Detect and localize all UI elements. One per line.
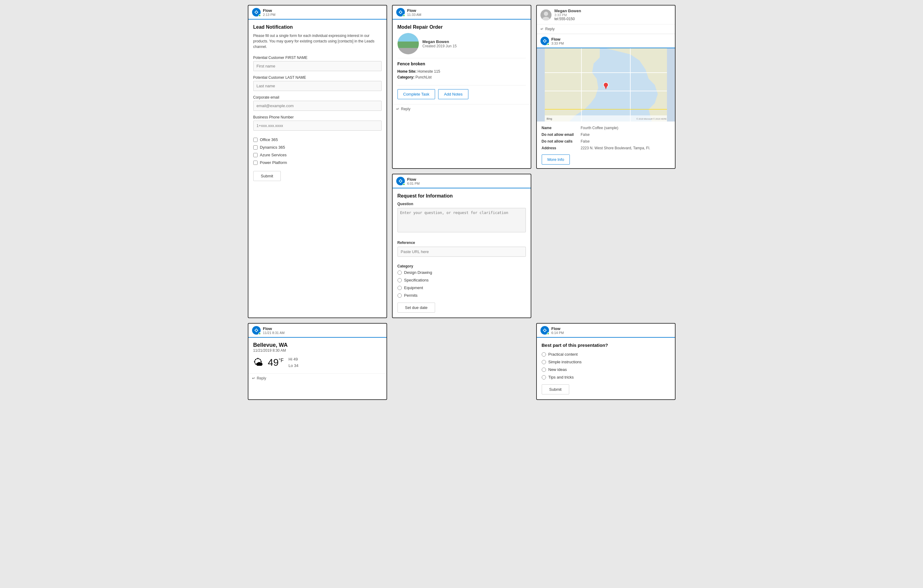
practical-label: Practical content [549, 352, 578, 357]
rfi-question-input[interactable] [397, 208, 526, 233]
rfi-reference-input[interactable] [397, 247, 526, 257]
repair-divider2 [397, 85, 526, 85]
equipment-label: Equipment [404, 285, 423, 290]
specifications-radio[interactable] [397, 278, 402, 282]
lead-description: Please fill out a single form for each i… [253, 33, 382, 49]
radio-equipment[interactable]: Equipment [397, 285, 526, 290]
radio-permits[interactable]: Permits [397, 293, 526, 298]
weather-reply-link[interactable]: ↵ Reply [248, 373, 386, 383]
location-flow-time: 3:33 PM [552, 41, 564, 45]
flow-icon-repair [396, 8, 405, 16]
weather-sun-icon: 🌤 [253, 357, 263, 368]
checkbox-power[interactable]: Power Platform [253, 160, 382, 165]
no-email-row: Do not allow email False [542, 132, 670, 138]
no-calls-value: False [581, 139, 590, 144]
phone-input[interactable] [253, 121, 382, 131]
location-reply-link[interactable]: ↵ Reply [537, 25, 675, 34]
new-ideas-radio[interactable] [542, 368, 546, 372]
azure-checkbox[interactable] [253, 153, 258, 157]
no-email-label: Do not allow email [542, 132, 578, 138]
email-input[interactable] [253, 101, 382, 111]
add-notes-button[interactable]: Add Notes [438, 89, 468, 99]
simple-radio[interactable] [542, 360, 546, 364]
permits-radio[interactable] [397, 293, 402, 298]
radio-specifications[interactable]: Specifications [397, 278, 526, 282]
person-avatar [397, 33, 419, 54]
flow-icon-weather [252, 326, 261, 334]
svg-point-21 [544, 329, 545, 331]
svg-text:© 2019 Microsoft © 2019 HERE: © 2019 Microsoft © 2019 HERE [636, 118, 667, 120]
location-flow-meta: Flow 3:33 PM [552, 37, 564, 45]
weather-hi: Hi 49 [288, 356, 299, 363]
svg-point-0 [255, 11, 257, 13]
name-value: Fourth Coffee (sample) [581, 125, 618, 131]
weather-date: 11/21/2019 8:30 AM [253, 348, 382, 353]
map-container: Bing © 2019 Microsoft © 2019 HERE [537, 48, 675, 121]
simple-label: Simple instructions [549, 360, 582, 364]
first-name-input[interactable] [253, 61, 382, 71]
repair-divider [397, 58, 526, 58]
lead-card-header: Flow 2:13 PM [248, 5, 386, 20]
last-name-input[interactable] [253, 81, 382, 91]
radio-new-ideas[interactable]: New ideas [542, 367, 670, 372]
checkbox-office365[interactable]: Office 365 [253, 138, 382, 142]
repair-issue: Fence broken [397, 61, 526, 66]
radio-practical[interactable]: Practical content [542, 352, 670, 357]
flow-icon-rfi [396, 177, 405, 185]
product-checkbox-group: Office 365 Dynamics 365 Azure Services P… [253, 138, 382, 165]
survey-submit-button[interactable]: Submit [542, 384, 569, 395]
flow-dot-survey [547, 332, 549, 335]
survey-title: Best part of this presentation? [542, 342, 670, 348]
complete-task-button[interactable]: Complete Task [397, 89, 435, 99]
dynamics365-checkbox[interactable] [253, 145, 258, 150]
repair-details: Home Site: Homesite 115 Category: PunchL… [397, 69, 526, 80]
radio-tips[interactable]: Tips and tricks [542, 375, 670, 380]
specifications-label: Specifications [404, 278, 429, 282]
location-person-avatar [540, 10, 552, 20]
location-flow-sender: Flow [552, 37, 564, 41]
checkbox-azure[interactable]: Azure Services [253, 152, 382, 157]
design-drawing-label: Design Drawing [404, 270, 432, 275]
lead-title: Lead Notification [253, 25, 382, 30]
radio-simple[interactable]: Simple instructions [542, 360, 670, 364]
rfi-category-label: Category [397, 264, 526, 269]
checkbox-dynamics365[interactable]: Dynamics 365 [253, 145, 382, 150]
radio-design-drawing[interactable]: Design Drawing [397, 270, 526, 275]
rfi-card-header: Flow 6:01 PM [393, 174, 531, 188]
rfi-card: Flow 6:01 PM Request for Information Que… [392, 174, 531, 318]
location-person-meta: Megan Bowen 3:33 PM tel:555-0150 [555, 8, 581, 21]
weather-reply-arrow: ↵ [252, 376, 255, 380]
design-drawing-radio[interactable] [397, 270, 402, 275]
rfi-question-label: Question [397, 202, 526, 206]
survey-time: 6:14 PM [552, 331, 564, 334]
rfi-reference-label: Reference [397, 241, 526, 245]
practical-radio[interactable] [542, 352, 546, 357]
tips-radio[interactable] [542, 375, 546, 380]
repair-person-name: Megan Bowen [422, 39, 457, 44]
lead-submit-button[interactable]: Submit [253, 171, 281, 181]
equipment-radio[interactable] [397, 286, 402, 290]
repair-title: Model Repair Order [397, 25, 526, 30]
more-info-button[interactable]: More Info [542, 154, 570, 165]
header-meta: Flow 2:13 PM [263, 8, 276, 16]
more-info-container: More Info [542, 154, 670, 165]
set-due-date-button[interactable]: Set due date [397, 303, 435, 313]
svg-point-19 [255, 329, 257, 331]
survey-card-body: Best part of this presentation? Practica… [537, 337, 675, 399]
online-status-dot [258, 14, 261, 17]
repair-order-card: Flow 11:33 AM Model Repair Order Megan B… [392, 5, 531, 169]
svg-text:Bing: Bing [547, 117, 552, 120]
reply-text[interactable]: Reply [401, 107, 411, 111]
weather-temperature: 49°F [268, 357, 284, 368]
rfi-time: 6:01 PM [407, 182, 420, 185]
weather-reply-text[interactable]: Reply [257, 376, 266, 380]
flow-icon-survey [540, 326, 549, 334]
location-reply-text[interactable]: Reply [545, 27, 555, 31]
location-time: 3:33 PM [555, 13, 581, 17]
power-checkbox[interactable] [253, 161, 258, 165]
repair-reply-link[interactable]: ↵ Reply [393, 104, 531, 113]
temp-unit: °F [279, 358, 284, 363]
office365-checkbox[interactable] [253, 138, 258, 142]
repair-person-info: Megan Bowen Created 2019 Jun 15 [397, 33, 526, 54]
tips-label: Tips and tricks [549, 375, 574, 380]
